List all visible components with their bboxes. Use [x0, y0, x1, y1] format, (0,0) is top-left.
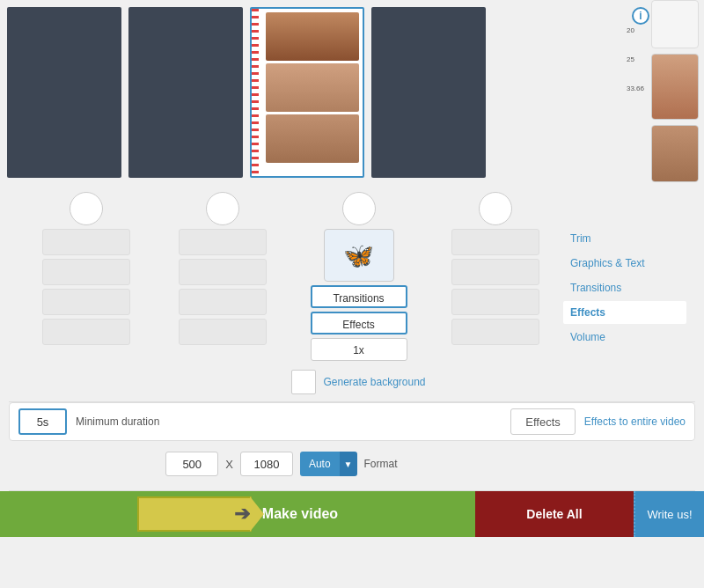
butterfly-thumb: 🦋 [324, 229, 394, 282]
clip-circle-center [342, 192, 376, 225]
duration-input[interactable]: 5s [18, 408, 67, 435]
film-thumb-1 [266, 12, 359, 61]
timeline-thumb-img-1 [652, 55, 698, 119]
scale-mark-20: 20 [627, 26, 644, 34]
clip-block-4c [451, 289, 539, 315]
clip-column-4 [427, 192, 563, 345]
scale-mark-25: 25 [627, 55, 644, 63]
transitions-button[interactable]: Transitions [311, 285, 407, 308]
clip-block-1c [42, 289, 130, 315]
timeline-thumb-img-2 [652, 126, 698, 181]
clip-block-2c [179, 289, 267, 315]
film-panel-1[interactable] [7, 7, 121, 178]
arrow-indicator: ➔ [137, 496, 252, 532]
clip-block-2b [179, 259, 267, 285]
clip-circle-4 [479, 192, 512, 225]
clip-column-1 [18, 192, 154, 345]
format-bar: 500 X 1080 Auto ▼ Format [9, 446, 695, 481]
clip-block-4b [451, 259, 539, 285]
timeline-thumb-blank [651, 0, 699, 48]
format-label: Format [364, 458, 398, 470]
film-panel-4[interactable] [371, 7, 486, 178]
clip-block-1a [42, 229, 130, 255]
effects-entire-btn[interactable]: Effects to entire video [584, 415, 686, 428]
auto-dropdown-btn[interactable]: ▼ [340, 452, 357, 476]
film-panel-2[interactable] [128, 7, 243, 178]
clip-column-center: 🦋 Transitions Effects 1x Generate backgr… [290, 192, 427, 394]
clip-circle-1 [70, 192, 103, 225]
timeline-thumb-2 [651, 125, 699, 182]
right-link-volume[interactable]: Volume [563, 326, 686, 349]
right-link-effects[interactable]: Effects [563, 301, 686, 324]
red-dots [252, 9, 259, 176]
auto-btn-group: Auto ▼ [300, 452, 357, 476]
generate-bg-label[interactable]: Generate background [323, 376, 425, 388]
minimum-duration-label: Minimum duration [76, 415, 159, 428]
make-video-label: Make video [262, 506, 338, 522]
clip-circle-2 [206, 192, 239, 225]
format-height-input[interactable]: 1080 [240, 452, 293, 476]
timeline-thumbs [651, 0, 702, 182]
clip-block-1d [42, 319, 130, 345]
edit-area: 🦋 Transitions Effects 1x Generate backgr… [0, 185, 704, 401]
effects-dropdown-btn[interactable]: Effects [510, 408, 576, 435]
film-panel-3[interactable] [250, 7, 364, 178]
clip-block-1b [42, 259, 130, 285]
filmstrip-area: i 20 25 33.66 [0, 0, 704, 185]
make-video-button[interactable]: ➔ Make video [0, 491, 475, 537]
speed-button[interactable]: 1x [311, 338, 407, 361]
clip-block-4d [451, 319, 539, 345]
clip-block-2a [179, 229, 267, 255]
auto-button[interactable]: Auto [300, 452, 340, 476]
scale-mark-33: 33.66 [627, 85, 644, 92]
film-thumb-2 [266, 63, 359, 112]
write-us-button[interactable]: Write us! [634, 491, 704, 537]
action-bar: ➔ Make video Delete All Write us! [0, 491, 704, 537]
generate-bg-row: Generate background [291, 370, 425, 394]
clip-column-2 [154, 192, 290, 345]
format-width-input[interactable]: 500 [165, 452, 218, 476]
generate-bg-checkbox[interactable] [291, 370, 316, 394]
format-separator: X [225, 458, 233, 471]
timeline-scale: 20 25 33.66 [627, 26, 644, 114]
clip-block-2d [179, 319, 267, 345]
film-thumb-3 [266, 114, 359, 163]
right-timeline: 20 25 33.66 [625, 0, 704, 255]
effects-button[interactable]: Effects [311, 312, 407, 334]
timeline-thumb-1 [651, 54, 699, 120]
clip-block-4a [451, 229, 539, 255]
duration-bar: 5s Minimum duration Effects Effects to e… [9, 402, 695, 441]
right-link-transitions[interactable]: Transitions [563, 276, 686, 299]
delete-all-button[interactable]: Delete All [475, 491, 634, 537]
